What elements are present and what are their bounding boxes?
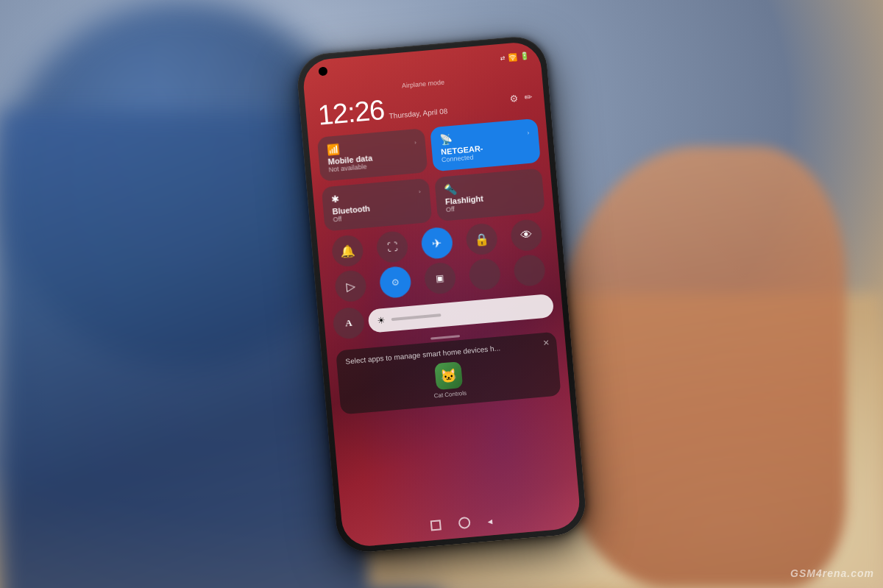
settings-icon[interactable]: ⚙ [509, 92, 519, 104]
phone-device: ⇄ 🛜 🔋 Airplane mode 12:26 Thursday, Apri… [295, 34, 588, 554]
cat-emoji: 🐱 [440, 366, 458, 384]
clock-time: 12:26 [316, 93, 385, 131]
phone-wrapper: ⇄ 🛜 🔋 Airplane mode 12:26 Thursday, Apri… [295, 34, 588, 554]
arrow-icon: ⇄ [500, 54, 506, 61]
nav-bar: ◂ [342, 503, 581, 542]
brightness-fill [391, 314, 442, 321]
bluetooth-arrow: › [419, 188, 421, 194]
tile-bluetooth[interactable]: ✱ › Bluetooth Off [322, 177, 433, 230]
panel-separator [430, 335, 460, 339]
screencast-icon-btn[interactable]: ▣ [423, 261, 457, 295]
status-icons: ⇄ 🛜 🔋 [500, 51, 529, 61]
watermark: GSM4rena.com [790, 567, 874, 579]
bg-hand [552, 146, 846, 588]
control-panel: Airplane mode 12:26 Thursday, April 08 ⚙… [303, 64, 581, 548]
clock-date: Thursday, April 08 [389, 107, 448, 120]
time-action-icons: ⚙ ✏ [509, 91, 533, 105]
empty-slot-1 [468, 258, 502, 291]
nav-square-btn[interactable] [430, 520, 441, 531]
wifi-icon: 📡 [439, 132, 453, 145]
location-icon-btn[interactable]: ▷ [333, 269, 367, 303]
nav-back-btn[interactable]: ◂ [487, 514, 493, 526]
bell-icon-btn[interactable]: 🔔 [330, 234, 364, 268]
bluetooth-icon: ✱ [331, 193, 340, 205]
nav-home-btn[interactable] [458, 516, 470, 528]
mobile-data-icon: 📶 [327, 143, 340, 155]
brightness-sun-icon: ☀ [377, 314, 386, 325]
cat-controls-icon: 🐱 [434, 361, 463, 390]
tiles-grid: 📶 › Mobile data Not available 📡 › [317, 118, 545, 231]
tile-flashlight[interactable]: 🔦 Flashlight Off [434, 168, 545, 221]
focus-mode-icon-btn[interactable]: ⊙ [378, 265, 412, 299]
phone-screen: ⇄ 🛜 🔋 Airplane mode 12:26 Thursday, Apri… [302, 40, 582, 548]
cat-controls-label: Cat Controls [433, 389, 467, 399]
airplane-icon-btn[interactable]: ✈ [420, 226, 454, 260]
flashlight-icon: 🔦 [444, 183, 457, 195]
brightness-bar[interactable]: ☀ [367, 293, 554, 333]
empty-slot-2 [513, 253, 547, 287]
font-size-icon-btn[interactable]: A [332, 306, 366, 340]
lock-rotation-icon-btn[interactable]: 🔒 [465, 222, 499, 256]
smart-home-card: ✕ Select apps to manage smart home devic… [336, 331, 561, 414]
edit-icon[interactable]: ✏ [523, 91, 532, 103]
mobile-data-arrow: › [414, 138, 416, 145]
tile-mobile-data[interactable]: 📶 › Mobile data Not available [317, 128, 428, 181]
tile-wifi[interactable]: 📡 › NETGEAR- Connected [430, 118, 541, 171]
battery-status-icon: 🔋 [519, 51, 529, 60]
smart-home-close-btn[interactable]: ✕ [542, 338, 550, 348]
screenshot-icon-btn[interactable]: ⛶ [375, 230, 409, 263]
reading-mode-icon-btn[interactable]: 👁 [510, 218, 544, 252]
wifi-arrow: › [527, 129, 529, 135]
wifi-status-icon: 🛜 [508, 52, 517, 61]
